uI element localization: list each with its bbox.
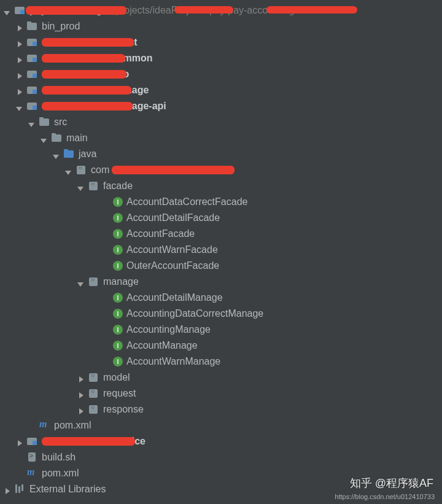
tree-item-main[interactable]: main bbox=[0, 130, 442, 146]
redaction bbox=[42, 38, 134, 47]
module-icon bbox=[27, 436, 38, 446]
tree-item-pom-api[interactable]: pom.xml bbox=[0, 417, 442, 433]
redaction bbox=[112, 166, 235, 174]
interface-icon bbox=[113, 341, 123, 351]
tree-item-client[interactable]: pay-accounting -client bbox=[0, 34, 442, 50]
chevron-down-icon[interactable] bbox=[65, 166, 72, 174]
class-label: AccountFacade bbox=[126, 228, 195, 239]
chevron-down-icon[interactable] bbox=[53, 150, 60, 158]
redaction bbox=[42, 437, 135, 446]
tree-item-interface[interactable]: AccountManage bbox=[0, 338, 442, 354]
tree-item-facade[interactable]: facade bbox=[0, 178, 442, 194]
tree-item-package[interactable]: com bbox=[0, 162, 442, 178]
tree-item-model[interactable]: model bbox=[0, 370, 442, 386]
package-label: manage bbox=[103, 276, 139, 287]
interface-icon bbox=[113, 213, 123, 223]
tree-item-interface[interactable]: AccountDetailManage bbox=[0, 290, 442, 306]
tree-item-src[interactable]: src bbox=[0, 114, 442, 130]
interface-icon bbox=[113, 293, 123, 303]
tree-item-interface[interactable]: AccountDetailFacade bbox=[0, 210, 442, 226]
chevron-right-icon[interactable] bbox=[77, 406, 85, 413]
tree-item-interface[interactable]: AccountFacade bbox=[0, 226, 442, 242]
file-label: build.sh bbox=[42, 452, 76, 463]
project-tree[interactable]: pay-accounting ~/projects/ideaProjects/p… bbox=[0, 0, 442, 497]
tree-item-response[interactable]: response bbox=[0, 401, 442, 417]
chevron-down-icon[interactable] bbox=[4, 7, 11, 14]
chevron-down-icon[interactable] bbox=[28, 118, 36, 126]
folder-icon bbox=[27, 21, 38, 31]
package-icon bbox=[76, 165, 87, 175]
shell-file-icon bbox=[27, 452, 38, 462]
package-icon bbox=[88, 181, 99, 191]
chevron-right-icon[interactable] bbox=[16, 438, 23, 445]
chevron-down-icon[interactable] bbox=[41, 134, 48, 142]
chevron-right-icon[interactable] bbox=[16, 71, 23, 78]
watermark-zhihu: 知乎 @程序猿AF bbox=[350, 476, 433, 490]
file-label: pom.xml bbox=[54, 420, 91, 431]
redaction bbox=[266, 6, 357, 14]
chevron-right-icon[interactable] bbox=[16, 87, 23, 94]
tree-item-request[interactable]: request bbox=[0, 386, 442, 401]
chevron-down-icon[interactable] bbox=[16, 103, 23, 110]
folder-label: bin_prod bbox=[42, 21, 80, 32]
tree-root[interactable]: pay-accounting ~/projects/ideaProjects/p… bbox=[0, 2, 442, 18]
redaction bbox=[42, 70, 126, 79]
tree-item-interface[interactable]: AccountWarnFacade bbox=[0, 242, 442, 258]
package-label: request bbox=[103, 388, 136, 399]
tree-item-interface[interactable]: AccountingDataCorrectManage bbox=[0, 306, 442, 322]
interface-icon bbox=[113, 197, 123, 207]
tree-item-build-sh[interactable]: build.sh bbox=[0, 449, 442, 465]
class-label: AccountDetailFacade bbox=[126, 212, 220, 223]
folder-label: main bbox=[66, 133, 88, 144]
class-label: OuterAccountFacade bbox=[126, 260, 219, 271]
project-root-icon bbox=[15, 6, 26, 15]
chevron-right-icon[interactable] bbox=[77, 390, 85, 397]
tree-item-manage-pkg[interactable]: manage bbox=[0, 274, 442, 290]
chevron-down-icon[interactable] bbox=[77, 278, 85, 285]
chevron-down-icon[interactable] bbox=[77, 182, 85, 190]
redaction bbox=[42, 102, 133, 110]
file-label: pom.xml bbox=[42, 468, 79, 479]
class-label: AccountingDataCorrectManage bbox=[126, 308, 263, 319]
interface-icon bbox=[113, 325, 123, 335]
package-icon bbox=[88, 389, 99, 398]
package-label: model bbox=[103, 372, 130, 383]
chevron-right-icon[interactable] bbox=[77, 374, 85, 381]
maven-icon bbox=[39, 421, 50, 430]
folder-label: java bbox=[79, 149, 96, 160]
interface-icon bbox=[113, 261, 123, 271]
package-icon bbox=[88, 405, 99, 414]
tree-item-java[interactable]: java bbox=[0, 146, 442, 162]
tree-item-service[interactable]: pay-accounting -service bbox=[0, 433, 442, 449]
chevron-right-icon[interactable] bbox=[16, 55, 23, 62]
source-folder-icon bbox=[64, 149, 75, 159]
interface-icon bbox=[113, 229, 123, 239]
folder-icon bbox=[52, 133, 63, 143]
package-icon bbox=[88, 277, 99, 287]
tree-item-dao[interactable]: pay-accounting -dao bbox=[0, 66, 442, 82]
tree-item-interface[interactable]: AccountWarnManage bbox=[0, 354, 442, 370]
tree-item-bin-prod[interactable]: bin_prod bbox=[0, 18, 442, 34]
tree-item-common[interactable]: pay-accounting -common bbox=[0, 50, 442, 66]
package-label: facade bbox=[103, 180, 133, 192]
class-label: AccountManage bbox=[126, 340, 198, 351]
redaction bbox=[42, 54, 125, 63]
chevron-right-icon[interactable] bbox=[4, 486, 11, 493]
tree-item-manage-api[interactable]: pay-accounting -manage-api bbox=[0, 98, 442, 114]
folder-label: src bbox=[54, 117, 67, 128]
class-label: AccountDataCorrectFacade bbox=[126, 196, 247, 207]
external-libraries-label: External Libraries bbox=[29, 484, 106, 495]
tree-item-interface[interactable]: OuterAccountFacade bbox=[0, 258, 442, 274]
redaction bbox=[26, 6, 126, 15]
tree-item-interface[interactable]: AccountingManage bbox=[0, 322, 442, 338]
class-label: AccountWarnFacade bbox=[126, 244, 218, 255]
interface-icon bbox=[113, 309, 123, 319]
tree-item-interface[interactable]: AccountDataCorrectFacade bbox=[0, 194, 442, 210]
tree-item-manage[interactable]: pay-accounting -manage bbox=[0, 82, 442, 98]
library-icon bbox=[15, 484, 26, 494]
chevron-right-icon[interactable] bbox=[16, 39, 23, 46]
interface-icon bbox=[113, 245, 123, 255]
chevron-right-icon[interactable] bbox=[16, 23, 23, 30]
class-label: AccountingManage bbox=[126, 324, 211, 335]
package-label: response bbox=[103, 404, 144, 415]
